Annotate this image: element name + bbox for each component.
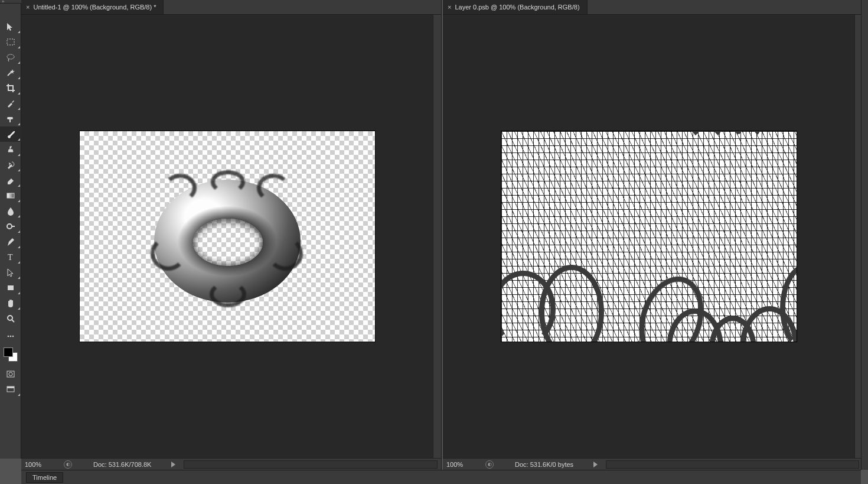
canvas[interactable] — [501, 131, 797, 342]
horizontal-scrollbar[interactable] — [184, 460, 438, 469]
zoom-level[interactable]: 100% — [25, 461, 60, 468]
right-dock-edge[interactable] — [861, 0, 868, 470]
dodge-tool[interactable] — [0, 219, 21, 234]
foreground-color-swatch[interactable] — [4, 347, 13, 357]
info-menu-icon[interactable] — [593, 462, 598, 467]
document-info[interactable]: Doc: 531.6K/0 bytes — [515, 461, 573, 468]
svg-point-13 — [12, 336, 14, 337]
spot-healing-brush-tool[interactable] — [0, 111, 21, 126]
status-bar: 100% ◐ Doc: 531.6K/708.8K — [21, 458, 441, 470]
svg-point-15 — [9, 372, 12, 376]
svg-point-12 — [10, 336, 12, 337]
timeline-panel[interactable]: Timeline — [21, 470, 861, 484]
canvas[interactable] — [80, 131, 375, 342]
info-menu-icon[interactable] — [171, 462, 175, 467]
hand-tool[interactable] — [0, 295, 21, 311]
gradient-tool[interactable] — [0, 188, 21, 203]
torus-band — [151, 236, 186, 271]
magic-wand-tool[interactable] — [0, 65, 21, 80]
lasso-tool[interactable] — [0, 50, 21, 65]
svg-point-9 — [8, 316, 12, 320]
quick-mask-mode[interactable] — [0, 366, 21, 382]
svg-point-11 — [8, 336, 9, 337]
pen-tool[interactable] — [0, 234, 21, 249]
tab-bar: × Untitled-1 @ 100% (Background, RGB/8) … — [21, 0, 441, 15]
tab-title: Layer 0.psb @ 100% (Background, RGB/8) — [455, 4, 579, 11]
eyedropper-tool[interactable] — [0, 96, 21, 111]
brush-tool[interactable] — [0, 126, 21, 142]
torus-band — [164, 174, 197, 202]
document-pane-left: × Untitled-1 @ 100% (Background, RGB/8) … — [21, 0, 442, 470]
svg-rect-3 — [9, 119, 11, 122]
move-tool[interactable] — [0, 19, 21, 34]
timeline-tab[interactable]: Timeline — [26, 472, 63, 483]
document-info[interactable]: Doc: 531.6K/708.8K — [93, 461, 151, 468]
svg-line-10 — [12, 320, 14, 322]
svg-rect-2 — [7, 117, 13, 119]
rectangle-tool[interactable] — [0, 280, 21, 295]
tab-bar: × Layer 0.psb @ 100% (Background, RGB/8) — [443, 0, 863, 15]
clone-stamp-tool[interactable] — [0, 142, 21, 157]
zoom-tool[interactable] — [0, 311, 21, 326]
path-selection-tool[interactable] — [0, 265, 21, 280]
svg-point-1 — [7, 54, 14, 59]
canvas-viewport[interactable] — [443, 15, 854, 458]
edit-toolbar[interactable] — [0, 329, 21, 344]
torus-band — [211, 170, 245, 194]
svg-rect-4 — [7, 193, 14, 198]
zoom-level[interactable]: 100% — [446, 461, 482, 468]
type-tool[interactable]: T — [0, 249, 21, 265]
vertical-scrollbar[interactable] — [433, 15, 441, 458]
rectangular-marquee-tool[interactable] — [0, 34, 21, 50]
screen-mode[interactable] — [0, 382, 21, 397]
torus-band — [257, 174, 290, 202]
svg-rect-6 — [11, 226, 15, 227]
journal-icon[interactable]: ◐ — [485, 460, 494, 469]
svg-rect-17 — [7, 386, 14, 388]
svg-text:T: T — [8, 253, 13, 262]
crop-tool[interactable] — [0, 80, 21, 96]
horizontal-scrollbar[interactable] — [606, 460, 859, 469]
torus-band — [210, 281, 246, 307]
svg-rect-8 — [8, 285, 14, 290]
close-icon[interactable]: × — [448, 4, 451, 11]
torus-band — [267, 236, 303, 271]
document-tab[interactable]: × Untitled-1 @ 100% (Background, RGB/8) … — [21, 0, 164, 14]
journal-icon[interactable]: ◐ — [64, 460, 72, 469]
blur-tool[interactable] — [0, 203, 21, 219]
status-bar: 100% ◐ Doc: 531.6K/0 bytes — [443, 458, 863, 470]
svg-point-5 — [7, 224, 12, 229]
svg-rect-0 — [7, 39, 14, 45]
canvas-viewport[interactable] — [21, 15, 433, 458]
document-tab[interactable]: × Layer 0.psb @ 100% (Background, RGB/8) — [443, 0, 588, 14]
close-icon[interactable]: × — [26, 4, 30, 11]
torus-hole — [193, 219, 263, 266]
tools-panel: T — [0, 4, 21, 459]
tab-title: Untitled-1 @ 100% (Background, RGB/8) * — [33, 4, 156, 11]
history-brush-tool[interactable] — [0, 157, 21, 173]
eraser-tool[interactable] — [0, 173, 21, 188]
color-swatches[interactable] — [4, 347, 18, 362]
document-pane-right: × Layer 0.psb @ 100% (Background, RGB/8)… — [443, 0, 863, 470]
